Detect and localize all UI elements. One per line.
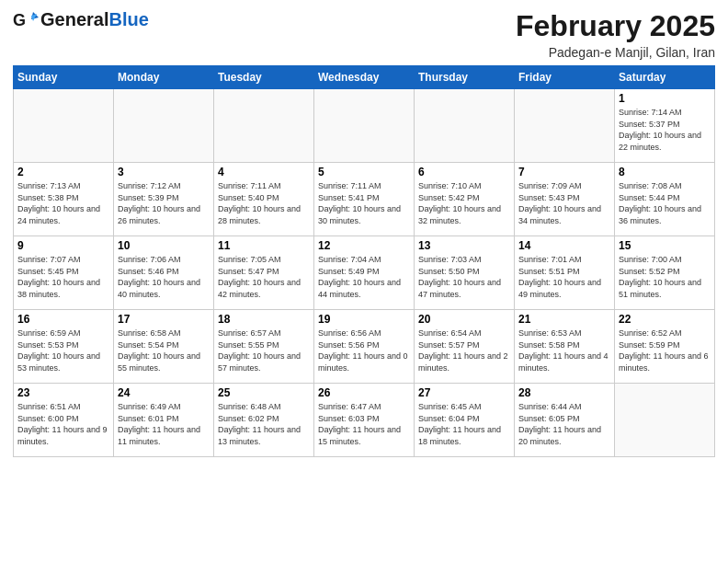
- day-number: 24: [118, 386, 210, 399]
- day-number: 26: [318, 386, 410, 399]
- day-info: Sunrise: 7:00 AM Sunset: 5:52 PM Dayligh…: [619, 254, 711, 300]
- calendar-cell: [515, 89, 615, 163]
- header-saturday: Saturday: [615, 66, 715, 89]
- day-info: Sunrise: 7:11 AM Sunset: 5:41 PM Dayligh…: [318, 180, 410, 226]
- calendar-cell: 13Sunrise: 7:03 AM Sunset: 5:50 PM Dayli…: [415, 236, 515, 310]
- calendar-week-3: 9Sunrise: 7:07 AM Sunset: 5:45 PM Daylig…: [14, 236, 715, 310]
- calendar-cell: 5Sunrise: 7:11 AM Sunset: 5:41 PM Daylig…: [314, 163, 415, 236]
- calendar-cell: 15Sunrise: 7:00 AM Sunset: 5:52 PM Dayli…: [615, 236, 715, 310]
- day-number: 4: [218, 166, 310, 178]
- header-monday: Monday: [114, 66, 214, 89]
- calendar-week-1: 1Sunrise: 7:14 AM Sunset: 5:37 PM Daylig…: [14, 89, 715, 163]
- day-info: Sunrise: 6:45 AM Sunset: 6:04 PM Dayligh…: [418, 401, 510, 447]
- calendar-cell: 26Sunrise: 6:47 AM Sunset: 6:03 PM Dayli…: [314, 384, 415, 457]
- day-number: 12: [318, 239, 410, 252]
- day-info: Sunrise: 6:48 AM Sunset: 6:02 PM Dayligh…: [218, 401, 310, 447]
- day-info: Sunrise: 7:11 AM Sunset: 5:40 PM Dayligh…: [218, 180, 310, 226]
- header-sunday: Sunday: [14, 66, 114, 89]
- day-number: 5: [318, 166, 410, 178]
- calendar-cell: 2Sunrise: 7:13 AM Sunset: 5:38 PM Daylig…: [14, 163, 114, 236]
- calendar-subtitle: Padegan-e Manjil, Gilan, Iran: [516, 45, 715, 60]
- calendar-cell: 17Sunrise: 6:58 AM Sunset: 5:54 PM Dayli…: [114, 310, 214, 384]
- day-number: 23: [17, 386, 109, 399]
- day-info: Sunrise: 6:44 AM Sunset: 6:05 PM Dayligh…: [518, 401, 610, 447]
- day-info: Sunrise: 7:14 AM Sunset: 5:37 PM Dayligh…: [619, 107, 711, 153]
- calendar-cell: [314, 89, 415, 163]
- header-friday: Friday: [515, 66, 615, 89]
- calendar-cell: 25Sunrise: 6:48 AM Sunset: 6:02 PM Dayli…: [214, 384, 314, 457]
- calendar-table: Sunday Monday Tuesday Wednesday Thursday…: [13, 65, 715, 457]
- day-number: 2: [17, 166, 109, 178]
- day-number: 15: [619, 239, 711, 252]
- calendar-week-5: 23Sunrise: 6:51 AM Sunset: 6:00 PM Dayli…: [14, 384, 715, 457]
- day-info: Sunrise: 6:57 AM Sunset: 5:55 PM Dayligh…: [218, 327, 310, 373]
- calendar-cell: 21Sunrise: 6:53 AM Sunset: 5:58 PM Dayli…: [515, 310, 615, 384]
- day-info: Sunrise: 7:04 AM Sunset: 5:49 PM Dayligh…: [318, 254, 410, 300]
- calendar-cell: 11Sunrise: 7:05 AM Sunset: 5:47 PM Dayli…: [214, 236, 314, 310]
- day-number: 16: [17, 313, 109, 326]
- day-info: Sunrise: 6:58 AM Sunset: 5:54 PM Dayligh…: [118, 327, 210, 373]
- calendar-title: February 2025: [516, 9, 715, 43]
- calendar-cell: [615, 384, 715, 457]
- day-number: 7: [518, 166, 610, 178]
- calendar-cell: [14, 89, 114, 163]
- title-area: February 2025 Padegan-e Manjil, Gilan, I…: [516, 9, 715, 60]
- header: G GeneralBlue February 2025 Padegan-e Ma…: [13, 9, 715, 60]
- header-tuesday: Tuesday: [214, 66, 314, 89]
- logo-general: General: [40, 9, 108, 29]
- calendar-cell: [214, 89, 314, 163]
- calendar-cell: 3Sunrise: 7:12 AM Sunset: 5:39 PM Daylig…: [114, 163, 214, 236]
- calendar-cell: 23Sunrise: 6:51 AM Sunset: 6:00 PM Dayli…: [14, 384, 114, 457]
- calendar-week-4: 16Sunrise: 6:59 AM Sunset: 5:53 PM Dayli…: [14, 310, 715, 384]
- calendar-cell: 12Sunrise: 7:04 AM Sunset: 5:49 PM Dayli…: [314, 236, 415, 310]
- day-info: Sunrise: 6:54 AM Sunset: 5:57 PM Dayligh…: [418, 327, 510, 373]
- day-info: Sunrise: 6:52 AM Sunset: 5:59 PM Dayligh…: [619, 327, 711, 373]
- logo: G GeneralBlue: [13, 9, 149, 30]
- day-number: 11: [218, 239, 310, 252]
- calendar-header-row: Sunday Monday Tuesday Wednesday Thursday…: [14, 66, 715, 89]
- calendar-cell: 28Sunrise: 6:44 AM Sunset: 6:05 PM Dayli…: [515, 384, 615, 457]
- calendar-cell: 7Sunrise: 7:09 AM Sunset: 5:43 PM Daylig…: [515, 163, 615, 236]
- day-number: 14: [518, 239, 610, 252]
- calendar-cell: 20Sunrise: 6:54 AM Sunset: 5:57 PM Dayli…: [415, 310, 515, 384]
- calendar-cell: 8Sunrise: 7:08 AM Sunset: 5:44 PM Daylig…: [615, 163, 715, 236]
- calendar-cell: 9Sunrise: 7:07 AM Sunset: 5:45 PM Daylig…: [14, 236, 114, 310]
- header-thursday: Thursday: [415, 66, 515, 89]
- day-info: Sunrise: 7:10 AM Sunset: 5:42 PM Dayligh…: [418, 180, 510, 226]
- day-info: Sunrise: 7:06 AM Sunset: 5:46 PM Dayligh…: [118, 254, 210, 300]
- calendar-cell: 14Sunrise: 7:01 AM Sunset: 5:51 PM Dayli…: [515, 236, 615, 310]
- logo-icon: G: [13, 10, 39, 30]
- day-number: 17: [118, 313, 210, 326]
- day-number: 9: [17, 239, 109, 252]
- day-info: Sunrise: 7:12 AM Sunset: 5:39 PM Dayligh…: [118, 180, 210, 226]
- day-number: 1: [619, 92, 711, 105]
- calendar-cell: 27Sunrise: 6:45 AM Sunset: 6:04 PM Dayli…: [415, 384, 515, 457]
- day-number: 21: [518, 313, 610, 326]
- calendar-cell: 22Sunrise: 6:52 AM Sunset: 5:59 PM Dayli…: [615, 310, 715, 384]
- day-info: Sunrise: 7:08 AM Sunset: 5:44 PM Dayligh…: [619, 180, 711, 226]
- calendar-cell: 10Sunrise: 7:06 AM Sunset: 5:46 PM Dayli…: [114, 236, 214, 310]
- day-number: 27: [418, 386, 510, 399]
- calendar-cell: 6Sunrise: 7:10 AM Sunset: 5:42 PM Daylig…: [415, 163, 515, 236]
- day-info: Sunrise: 7:01 AM Sunset: 5:51 PM Dayligh…: [518, 254, 610, 300]
- day-info: Sunrise: 7:03 AM Sunset: 5:50 PM Dayligh…: [418, 254, 510, 300]
- day-info: Sunrise: 7:07 AM Sunset: 5:45 PM Dayligh…: [17, 254, 109, 300]
- day-number: 13: [418, 239, 510, 252]
- calendar-cell: 19Sunrise: 6:56 AM Sunset: 5:56 PM Dayli…: [314, 310, 415, 384]
- calendar-cell: [114, 89, 214, 163]
- day-number: 10: [118, 239, 210, 252]
- day-info: Sunrise: 7:13 AM Sunset: 5:38 PM Dayligh…: [17, 180, 109, 226]
- day-number: 19: [318, 313, 410, 326]
- day-number: 20: [418, 313, 510, 326]
- calendar-cell: 4Sunrise: 7:11 AM Sunset: 5:40 PM Daylig…: [214, 163, 314, 236]
- day-number: 22: [619, 313, 711, 326]
- day-info: Sunrise: 6:47 AM Sunset: 6:03 PM Dayligh…: [318, 401, 410, 447]
- logo-blue: Blue: [108, 9, 148, 29]
- header-wednesday: Wednesday: [314, 66, 415, 89]
- day-info: Sunrise: 7:09 AM Sunset: 5:43 PM Dayligh…: [518, 180, 610, 226]
- day-number: 3: [118, 166, 210, 178]
- day-info: Sunrise: 6:51 AM Sunset: 6:00 PM Dayligh…: [17, 401, 109, 447]
- day-number: 6: [418, 166, 510, 178]
- svg-text:G: G: [13, 11, 26, 29]
- day-info: Sunrise: 6:59 AM Sunset: 5:53 PM Dayligh…: [17, 327, 109, 373]
